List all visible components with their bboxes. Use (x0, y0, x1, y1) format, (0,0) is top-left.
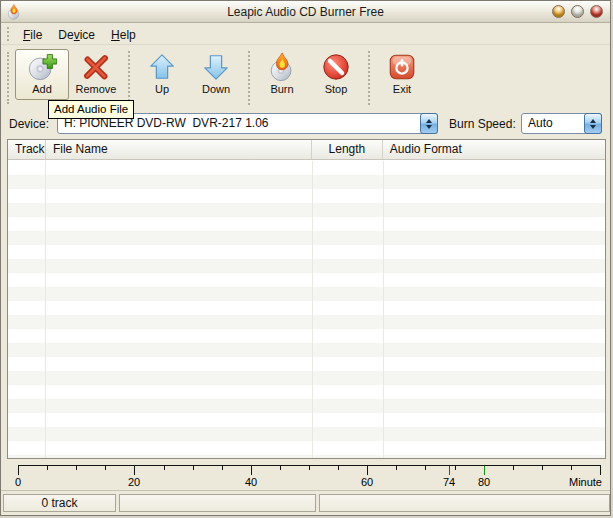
menubar-gripper-icon (7, 27, 9, 41)
toolbar-button-add[interactable]: Add (15, 49, 69, 100)
minimize-button[interactable] (552, 5, 565, 18)
device-label: Device: (9, 117, 49, 131)
ruler-marker-label: 74 (443, 476, 455, 488)
ruler-marker-80 (484, 466, 485, 475)
menu-bar: FileDeviceHelp (1, 24, 610, 45)
menu-file[interactable]: File (15, 26, 50, 44)
remove-x-icon (81, 52, 111, 82)
toolbar-button-label: Up (155, 83, 169, 95)
toolbar-button-label: Burn (270, 83, 293, 95)
status-track-count: 0 track (3, 494, 116, 512)
app-window: Leapic Audio CD Burner Free FileDeviceHe… (0, 0, 611, 516)
column-header-audio-format[interactable]: Audio Format (383, 140, 605, 159)
ruler-tick (425, 466, 426, 470)
combo-stepper[interactable] (420, 113, 438, 134)
close-button[interactable] (590, 5, 603, 18)
burn-speed-label: Burn Speed: (449, 117, 516, 131)
ruler-label: 40 (245, 476, 257, 488)
toolbar-button-label: Down (202, 83, 230, 95)
arrow-up-icon (147, 52, 177, 82)
chevron-down-icon (590, 125, 596, 129)
ruler-marker-label: 80 (478, 476, 490, 488)
toolbar-button-up[interactable]: Up (135, 49, 189, 100)
status-panel-right (319, 494, 610, 512)
ruler-tick (367, 466, 368, 475)
stop-prohibition-icon (321, 52, 351, 82)
ruler-tick (193, 466, 194, 470)
ruler-tick (309, 466, 310, 470)
arrow-down-icon (201, 52, 231, 82)
toolbar-button-label: Remove (76, 83, 117, 95)
toolbar-separator (128, 51, 130, 105)
toolbar-button-stop[interactable]: Stop (309, 49, 363, 100)
menu-device[interactable]: Device (50, 26, 103, 44)
toolbar-button-burn[interactable]: Burn (255, 49, 309, 100)
toolbar-button-remove[interactable]: Remove (69, 49, 123, 100)
maximize-button[interactable] (571, 5, 584, 18)
column-separator (45, 161, 46, 458)
ruler-tick (455, 466, 456, 470)
track-list-header: TrackFile NameLengthAudio Format (8, 140, 605, 160)
toolbar-separator (368, 51, 370, 105)
toolbar-gripper-icon (7, 52, 9, 104)
window-controls (552, 5, 603, 18)
column-separator (312, 161, 313, 458)
toolbar-button-label: Add (32, 83, 52, 95)
ruler-tick (571, 466, 572, 470)
minute-ruler: 02040607480Minute (1, 461, 610, 491)
menu-help[interactable]: Help (103, 26, 144, 44)
ruler-tick (251, 466, 252, 475)
ruler-tick (542, 466, 543, 470)
toolbar-button-label: Stop (325, 83, 348, 95)
column-separator (383, 161, 384, 458)
burn-flame-icon (267, 52, 297, 82)
column-header-length[interactable]: Length (312, 140, 383, 159)
ruler-marker-74 (449, 466, 450, 475)
app-icon[interactable] (6, 4, 22, 20)
track-list-body[interactable] (8, 161, 605, 458)
burn-speed-value: Auto (528, 114, 553, 133)
ruler-tick (280, 466, 281, 470)
ruler-tick (18, 466, 19, 475)
ruler-tick (76, 466, 77, 470)
status-panel-middle (119, 494, 316, 512)
ruler-tick (164, 466, 165, 470)
ruler-tick (600, 466, 601, 475)
toolbar: Add RemoveUpDown Burn Stop Exit (1, 46, 610, 107)
column-header-file-name[interactable]: File Name (46, 140, 312, 159)
ruler-tick (134, 466, 135, 475)
ruler-label: 20 (128, 476, 140, 488)
exit-power-icon (387, 52, 417, 82)
ruler-tick (105, 466, 106, 470)
ruler-label: 60 (361, 476, 373, 488)
tooltip-add-audio-file: Add Audio File (48, 100, 134, 119)
ruler-tick (513, 466, 514, 470)
window-title: Leapic Audio CD Burner Free (1, 1, 610, 23)
ruler-tick (396, 466, 397, 470)
toolbar-button-exit[interactable]: Exit (375, 49, 429, 100)
ruler-tick (222, 466, 223, 470)
track-list: TrackFile NameLengthAudio Format (7, 139, 606, 459)
ruler-tick (47, 466, 48, 470)
title-bar: Leapic Audio CD Burner Free (1, 1, 610, 23)
chevron-down-icon (426, 125, 432, 129)
toolbar-button-down[interactable]: Down (189, 49, 243, 100)
disc-add-icon (27, 52, 57, 82)
ruler-tick (338, 466, 339, 470)
chevron-up-icon (426, 119, 432, 123)
column-header-track[interactable]: Track (8, 140, 46, 159)
toolbar-button-label: Exit (393, 83, 411, 95)
burn-speed-combobox[interactable]: Auto (521, 113, 602, 134)
toolbar-separator (248, 51, 250, 105)
combo-stepper[interactable] (584, 113, 602, 134)
ruler-unit-label: Minute (569, 476, 602, 488)
ruler-label: 0 (15, 476, 21, 488)
status-bar: 0 track (1, 490, 610, 515)
chevron-up-icon (590, 119, 596, 123)
